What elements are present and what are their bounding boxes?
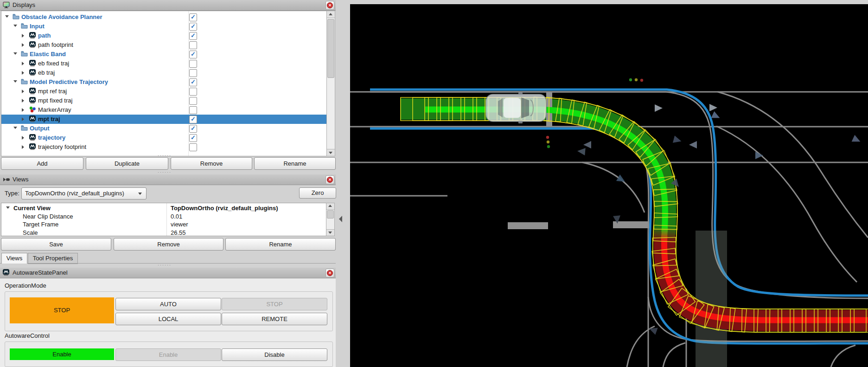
views-save-button[interactable]: Save [1,238,111,251]
expander-open-icon[interactable] [6,206,10,209]
enabled-checkbox[interactable]: ✓ [189,32,197,40]
splitter-handle[interactable]: ······ [158,153,172,158]
tree-row-trajectory-footprint[interactable]: trajectory footprint [1,142,327,152]
enabled-checkbox[interactable] [189,143,197,151]
autoware-panel-header[interactable]: AutowareStatePanel ✕ [0,268,336,278]
tree-row-mpt-ref-traj[interactable]: mpt ref traj [1,87,327,96]
ego-vehicle [486,92,546,123]
enabled-checkbox[interactable]: ✓ [189,51,197,58]
tree-row-label: mpt ref traj [38,88,67,95]
displays-tree-scrollbar[interactable] [326,11,335,156]
enabled-checkbox[interactable] [189,88,197,96]
zero-button[interactable]: Zero [299,187,336,199]
tree-row-label: mpt fixed traj [38,97,72,104]
tab-tool-properties[interactable]: Tool Properties [28,253,78,264]
displays-duplicate-button[interactable]: Duplicate [86,157,168,170]
views-close-button[interactable]: ✕ [326,175,334,184]
operation-mode-label: OperationMode [5,282,46,289]
traffic-light-dot [547,141,549,143]
tree-row-model-predictive-trajectory[interactable]: Model Predictive Trajectory✓ [1,77,327,87]
expander-closed-icon[interactable] [22,90,24,93]
tree-row-markerarray[interactable]: MarkerArray [1,105,327,115]
property-row-target-frame[interactable]: Target Frameviewer [1,220,326,229]
tree-row-trajectory[interactable]: trajectory✓ [1,133,327,142]
expander-closed-icon[interactable] [22,145,24,149]
tree-row-input[interactable]: Input✓ [1,22,327,31]
enabled-checkbox[interactable]: ✓ [189,125,197,133]
displays-add-button[interactable]: Add [1,157,83,170]
expander-closed-icon[interactable] [22,34,24,38]
displays-remove-button[interactable]: Remove [171,157,252,170]
view-type-select[interactable]: TopDownOrtho (rviz_default_plugins) [21,187,147,200]
enabled-checkbox[interactable]: ✓ [189,78,197,86]
opmode-remote-button[interactable]: REMOTE [222,313,327,325]
property-row-current-view[interactable]: Current ViewTopDownOrtho (rviz_default_p… [1,204,326,212]
displays-rename-button[interactable]: Rename [254,157,336,170]
expander-closed-icon[interactable] [22,136,24,140]
stop-line-bar [613,221,649,228]
tree-row-mpt-traj[interactable]: mpt traj✓ [1,115,327,124]
splitter-handle[interactable]: ······ [158,170,172,174]
property-name: Scale [23,229,38,236]
expander-open-icon[interactable] [13,52,17,55]
tree-row-path[interactable]: path✓ [1,31,327,40]
property-value[interactable]: 0.01 [171,213,182,220]
enabled-checkbox[interactable]: ✓ [189,116,197,123]
enabled-checkbox[interactable] [189,60,197,68]
displays-tree[interactable]: Obstacle Avoidance Planner✓Input✓path✓pa… [1,11,327,156]
scroll-up-icon[interactable] [326,203,334,210]
property-value[interactable]: 26.55 [171,229,186,236]
awctl-disable-button[interactable]: Disable [222,348,327,361]
expander-closed-icon[interactable] [22,99,24,103]
tree-row-path-footprint[interactable]: path footprint [1,40,327,50]
tree-row-elastic-band[interactable]: Elastic Band✓ [1,50,327,59]
tree-row-output[interactable]: Output✓ [1,124,327,133]
tree-row-mpt-fixed-traj[interactable]: mpt fixed traj [1,96,327,105]
current-view-properties[interactable]: Current ViewTopDownOrtho (rviz_default_p… [1,203,326,236]
tab-views[interactable]: Views [1,253,27,264]
property-row-scale[interactable]: Scale26.55 [1,229,326,237]
property-row-near-clip-distance[interactable]: Near Clip Distance0.01 [1,212,326,221]
views-panel-header[interactable]: Views ✕ [0,174,336,185]
tree-row-eb-traj[interactable]: eb traj [1,68,327,77]
tree-row-eb-fixed-traj[interactable]: eb fixed traj [1,59,327,68]
enabled-checkbox[interactable] [189,97,197,105]
expander-closed-icon[interactable] [22,43,24,47]
panel-splitter-arrow[interactable] [339,216,342,222]
tree-row-obstacle-avoidance-planner[interactable]: Obstacle Avoidance Planner✓ [1,13,327,22]
opmode-local-button[interactable]: LOCAL [115,313,221,325]
expander-open-icon[interactable] [13,80,17,83]
autoware-icon [29,60,36,68]
enabled-checkbox[interactable] [189,69,197,77]
opmode-auto-button[interactable]: AUTO [115,298,221,310]
expander-open-icon[interactable] [13,25,17,27]
views-rename-button[interactable]: Rename [225,238,336,251]
views-remove-button[interactable]: Remove [114,238,223,251]
expander-closed-icon[interactable] [22,117,24,121]
expander-closed-icon[interactable] [22,108,24,112]
scroll-down-icon[interactable] [327,149,335,156]
displays-panel-header[interactable]: Displays ✕ [0,0,336,11]
scrollbar-thumb[interactable] [327,210,334,219]
scroll-up-icon[interactable] [327,11,335,18]
views-scrollbar[interactable] [326,203,335,236]
autoware-icon [29,116,36,124]
property-value[interactable]: TopDownOrtho (rviz_default_plugins) [171,205,278,212]
scroll-down-icon[interactable] [326,229,334,236]
expander-open-icon[interactable] [13,127,17,129]
enabled-checkbox[interactable]: ✓ [189,13,197,21]
expander-closed-icon[interactable] [22,71,24,75]
displays-close-button[interactable]: ✕ [326,1,334,10]
enabled-checkbox[interactable]: ✓ [189,23,197,31]
expander-open-icon[interactable] [5,15,9,18]
enabled-checkbox[interactable]: ✓ [189,134,197,142]
tab-tool-properties-label: Tool Properties [33,255,73,262]
enabled-checkbox[interactable] [189,106,197,114]
expander-closed-icon[interactable] [22,62,24,65]
enabled-checkbox[interactable] [189,41,197,49]
render-viewport[interactable] [350,4,868,367]
property-value[interactable]: viewer [171,221,188,228]
autoware-close-button[interactable]: ✕ [326,269,334,277]
scrollbar-thumb[interactable] [327,19,334,78]
displays-panel-title: Displays [13,1,35,8]
